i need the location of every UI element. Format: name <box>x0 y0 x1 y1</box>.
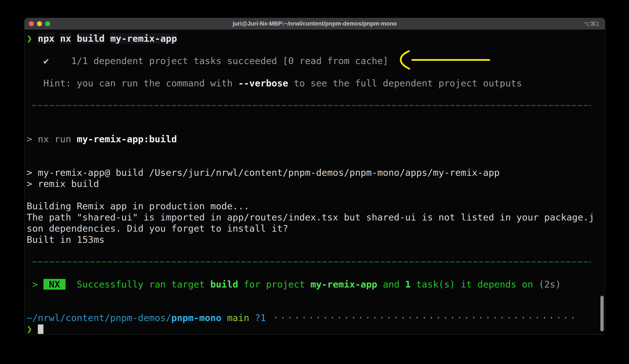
hint-line: Hint: you can run the command with --ver… <box>27 78 603 89</box>
success-chevron: > <box>27 279 43 290</box>
build-output-line: Building Remix app in production mode... <box>27 201 603 212</box>
success-project: my-remix-app <box>311 279 377 290</box>
nx-run-prefix: > nx run <box>27 134 77 144</box>
command-word: my-remix-app <box>110 33 177 44</box>
command-word: nx <box>60 33 71 44</box>
success-target: build <box>210 279 238 290</box>
prompt-symbol: ❯ <box>27 324 32 334</box>
pkg-script-line: > my-remix-app@ build /Users/juri/nrwl/c… <box>27 167 603 178</box>
cwd-path: ~/nrwl/content/pnpm-demos/ <box>27 312 171 323</box>
build-output-line: Built in 153ms <box>27 234 603 245</box>
success-task-count: 1 <box>405 279 411 290</box>
titlebar[interactable]: juri@Juri-Nx-MBP:~/nrwl/content/pnpm-dem… <box>24 18 605 30</box>
remix-build-line: > remix build <box>27 178 603 189</box>
cwd-dir: pnpm-mono <box>171 312 221 323</box>
build-output-line: The path "shared-ui" is imported in app/… <box>27 212 603 223</box>
success-text: task(s) it depends on <box>411 279 538 290</box>
input-line[interactable]: ❯ <box>27 323 603 335</box>
task-summary-text: 1/1 dependent project tasks succeeded [0… <box>49 55 388 66</box>
success-line: > NX Successfully ran target build for p… <box>27 279 603 290</box>
nx-run-line: > nx run my-remix-app:build <box>27 133 603 145</box>
terminal-content[interactable]: ❯ npxnxbuildmy-remix-app ✔ 1/1 dependent… <box>24 30 605 335</box>
minimize-button[interactable] <box>37 21 42 26</box>
success-text: and <box>377 279 405 290</box>
terminal-cursor <box>38 325 43 334</box>
success-text: Successfully ran target <box>66 279 210 290</box>
close-button[interactable] <box>29 21 34 26</box>
zoom-button[interactable] <box>45 21 50 26</box>
git-status: ?1 <box>255 312 266 323</box>
success-divider <box>27 256 603 267</box>
success-duration: (2s) <box>539 279 561 290</box>
shell-prompt-line: ~/nrwl/content/pnpm-demos/pnpm-mono main… <box>27 312 603 323</box>
verbose-flag: --verbose <box>238 78 288 89</box>
prompt-symbol: ❯ <box>27 33 32 44</box>
build-output-line: son dependencies. Did you forget to inst… <box>27 223 603 234</box>
prompt-fill-dots: ········································… <box>266 312 577 323</box>
nx-run-target: my-remix-app:build <box>77 134 177 144</box>
hint-text: Hint: you can run the command with <box>27 78 238 89</box>
hint-text: to see the full dependent project output… <box>288 78 522 89</box>
checkmark-icon: ✔ <box>27 55 49 66</box>
git-branch: main <box>221 312 255 323</box>
command-word: npx <box>38 33 55 44</box>
command-word: build <box>77 33 105 44</box>
traffic-lights <box>29 21 50 26</box>
tab-shortcut-badge: ⌥⌘1 <box>584 20 599 27</box>
nx-badge: NX <box>43 279 66 290</box>
command-line: ❯ npxnxbuildmy-remix-app <box>27 33 603 44</box>
task-summary-line: ✔ 1/1 dependent project tasks succeeded … <box>27 55 603 66</box>
terminal-window: juri@Juri-Nx-MBP:~/nrwl/content/pnpm-dem… <box>24 18 605 335</box>
section-divider <box>27 100 603 111</box>
window-title: juri@Juri-Nx-MBP:~/nrwl/content/pnpm-dem… <box>24 20 605 27</box>
success-text: for project <box>238 279 311 290</box>
scrollbar-thumb[interactable] <box>600 296 604 331</box>
